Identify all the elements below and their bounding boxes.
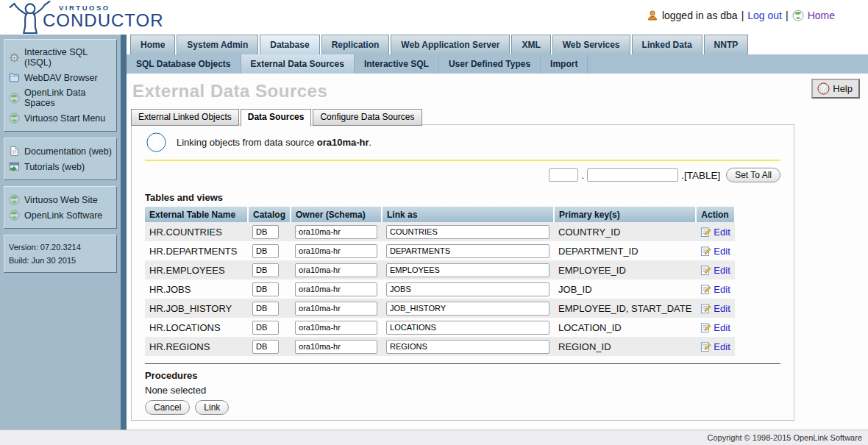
catalog-input[interactable]	[252, 225, 279, 239]
page-title: External Data Sources	[132, 81, 868, 102]
catalog-input[interactable]	[252, 282, 279, 296]
info-message: Linking objects from data source ora10ma…	[145, 132, 780, 152]
catalog-input[interactable]	[252, 302, 279, 316]
sidebar-panel-sites: Virtuoso Web Site OpenLink Software	[4, 186, 117, 229]
sidebar-item-interactive-sql[interactable]: Interactive SQL (ISQL)	[7, 45, 113, 70]
owner-input[interactable]	[295, 282, 377, 296]
edit-action[interactable]: Edit	[700, 227, 730, 238]
document-icon	[9, 146, 20, 157]
globe-icon	[9, 93, 20, 104]
cancel-button[interactable]: Cancel	[145, 400, 190, 415]
edit-action[interactable]: Edit	[700, 246, 730, 257]
gear-icon	[9, 52, 20, 63]
edit-link[interactable]: Edit	[714, 303, 730, 314]
set-to-all-button[interactable]: Set To All	[726, 168, 780, 182]
sub-tab[interactable]: Import	[541, 54, 588, 74]
main-tab[interactable]: Replication	[321, 35, 390, 54]
owner-input[interactable]	[295, 340, 377, 354]
inner-tab[interactable]: External Linked Objects	[131, 109, 239, 126]
owner-input[interactable]	[295, 302, 377, 316]
link-as-input[interactable]	[386, 244, 549, 258]
owner-input[interactable]	[295, 321, 377, 335]
help-button[interactable]: Help	[811, 79, 860, 99]
procedures-status: None selected	[145, 385, 780, 396]
catalog-input[interactable]	[252, 321, 279, 335]
info-suffix: .	[369, 137, 372, 148]
owner-input[interactable]	[295, 263, 377, 277]
content-area: External Data Sources Help External Link…	[127, 74, 868, 430]
sub-tab[interactable]: User Defined Types	[439, 54, 541, 74]
owner-input[interactable]	[295, 244, 377, 258]
sidebar: Interactive SQL (ISQL) WebDAV Browser Op…	[0, 35, 127, 430]
link-as-input[interactable]	[386, 340, 549, 354]
main-tab[interactable]: System Admin	[177, 35, 258, 54]
link-button[interactable]: Link	[195, 400, 229, 415]
sub-tab[interactable]: Interactive SQL	[355, 54, 439, 74]
set-all-catalog-input[interactable]	[549, 168, 578, 182]
inner-tab[interactable]: Data Sources	[241, 109, 312, 127]
edit-link[interactable]: Edit	[714, 322, 730, 333]
version-text: Version: 07.20.3214	[7, 241, 113, 254]
info-datasource-name: ora10ma-hr	[317, 137, 369, 148]
sub-tab-label: SQL Database Objects	[136, 59, 231, 69]
catalog-input[interactable]	[252, 244, 279, 258]
home-link[interactable]: Home	[808, 10, 835, 21]
logout-link[interactable]: Log out	[747, 10, 782, 21]
table-row: HR.JOBS JOB_ID Edit	[145, 280, 735, 299]
edit-link[interactable]: Edit	[714, 265, 730, 276]
main-tab[interactable]: Web Application Server	[391, 35, 510, 54]
sub-tab[interactable]: External Data Sources	[241, 54, 355, 74]
sidebar-item-label: OpenLink Data Spaces	[24, 88, 112, 108]
external-table-name: HR.DEPARTMENTS	[145, 241, 248, 260]
sub-tab[interactable]: SQL Database Objects	[127, 54, 241, 74]
owner-input[interactable]	[295, 225, 377, 239]
sidebar-item-documentation[interactable]: Documentation (web)	[7, 143, 113, 159]
action-buttons: Cancel Link	[145, 400, 780, 415]
link-as-input[interactable]	[386, 302, 549, 316]
edit-link[interactable]: Edit	[714, 341, 730, 352]
catalog-input[interactable]	[252, 340, 279, 354]
edit-link[interactable]: Edit	[714, 246, 730, 257]
sidebar-item-virtuoso-start-menu[interactable]: Virtuoso Start Menu	[7, 110, 113, 126]
main-tab[interactable]: Linked Data	[632, 35, 702, 54]
sub-tab-label: User Defined Types	[449, 59, 530, 69]
edit-link[interactable]: Edit	[714, 227, 730, 238]
main-tab[interactable]: Web Services	[552, 35, 630, 54]
edit-link[interactable]: Edit	[714, 284, 730, 295]
sub-tab-label: Import	[550, 59, 577, 69]
main-tab[interactable]: Database	[260, 35, 319, 54]
virtuoso-conductor-logo[interactable]: VIRTUOSO CONDUCTOR	[7, 1, 164, 34]
set-all-owner-input[interactable]	[587, 168, 678, 182]
link-as-input[interactable]	[386, 321, 549, 335]
main-tab-label: Web Services	[563, 40, 620, 50]
edit-action[interactable]: Edit	[700, 322, 730, 333]
set-to-all-row: . .[TABLE] Set To All	[145, 168, 780, 182]
table-suffix-label: .[TABLE]	[681, 170, 720, 181]
sidebar-item-tutorials[interactable]: Tutorials (web)	[7, 159, 113, 174]
edit-icon	[700, 303, 711, 314]
procedures-heading: Procedures	[145, 370, 780, 381]
sidebar-item-opendlink-data-spaces[interactable]: OpenLink Data Spaces	[7, 85, 113, 110]
edit-action[interactable]: Edit	[700, 341, 730, 352]
main-tab[interactable]: NNTP	[704, 35, 749, 54]
sidebar-item-webdav-browser[interactable]: WebDAV Browser	[7, 70, 113, 85]
inner-tab[interactable]: Configure Data Sources	[313, 109, 421, 126]
main-tab[interactable]: Home	[130, 35, 175, 54]
sidebar-item-openlink-software[interactable]: OpenLink Software	[7, 207, 113, 223]
main-area: Home System Admin Database Replication W…	[127, 35, 868, 430]
sidebar-item-label: Interactive SQL (ISQL)	[24, 47, 112, 68]
table-row: HR.JOB_HISTORY EMPLOYEE_ID, START_DATE E…	[145, 299, 735, 318]
link-as-input[interactable]	[386, 282, 549, 296]
info-prefix: Linking objects from data source	[177, 137, 317, 148]
sidebar-item-virtuoso-web-site[interactable]: Virtuoso Web Site	[7, 192, 113, 207]
copyright-text: Copyright © 1998-2015 OpenLink Software	[707, 433, 862, 442]
catalog-input[interactable]	[252, 263, 279, 277]
link-as-input[interactable]	[386, 263, 549, 277]
edit-action[interactable]: Edit	[700, 265, 730, 276]
external-table-name: HR.COUNTRIES	[145, 222, 248, 241]
edit-action[interactable]: Edit	[700, 303, 730, 314]
link-as-input[interactable]	[386, 225, 549, 239]
main-tab[interactable]: XML	[511, 35, 550, 54]
edit-action[interactable]: Edit	[700, 284, 730, 295]
main-tab-bar: Home System Admin Database Replication W…	[127, 35, 868, 54]
